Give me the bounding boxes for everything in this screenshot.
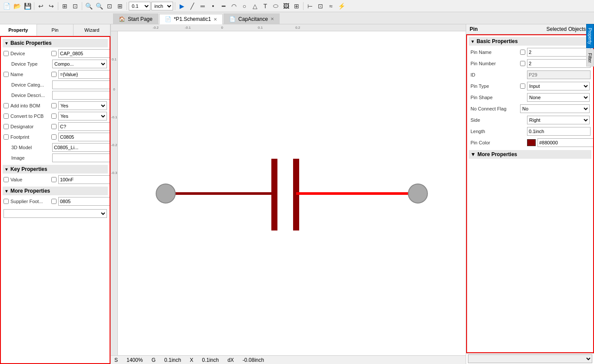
device-type-select[interactable]: Compo... bbox=[52, 60, 107, 68]
rp-pin-number-checkbox[interactable] bbox=[520, 61, 525, 66]
basic-properties-section-header[interactable]: ▼ Basic Properties bbox=[3, 39, 108, 47]
toolbar-zoom-select[interactable]: 0.1 bbox=[129, 2, 150, 10]
left-tab-wizard[interactable]: Wizard bbox=[73, 24, 110, 36]
rp-pin-name-input[interactable] bbox=[527, 48, 591, 57]
supplier-foot-cb2[interactable] bbox=[51, 199, 57, 204]
toolbar-new-btn[interactable]: 📄 bbox=[2, 1, 11, 11]
rp-basic-props-header[interactable]: ▼ Basic Properties bbox=[469, 37, 591, 46]
toolbar-zoom-out-btn[interactable]: 🔍 bbox=[94, 1, 104, 11]
convert-pcb-checkbox[interactable] bbox=[3, 114, 9, 119]
rp-length-input[interactable] bbox=[527, 127, 591, 136]
toolbar: 📄 📂 💾 ↩ ↪ ⊞ ⊡ 🔍 🔍 ⊡ ⊞ 0.1 inch ▶ ╱ ═ • ━… bbox=[0, 0, 594, 12]
device-checkbox[interactable] bbox=[3, 51, 9, 56]
left-tab-property[interactable]: Property bbox=[0, 24, 37, 36]
toolbar-redo-btn[interactable]: ↪ bbox=[47, 1, 56, 11]
prop-row-device-type: Device Type Compo... bbox=[3, 59, 108, 69]
toolbar-table-btn[interactable]: ⊞ bbox=[292, 1, 301, 11]
value-checkbox[interactable] bbox=[3, 177, 9, 182]
toolbar-bus-btn[interactable]: ═ bbox=[198, 1, 207, 11]
rp-pin-type-select[interactable]: Input Output Bidirectional Power bbox=[527, 82, 590, 90]
designator-cb2[interactable] bbox=[51, 124, 57, 129]
rp-no-connect-select[interactable]: No Yes bbox=[520, 104, 590, 113]
prop-add-row bbox=[3, 208, 108, 219]
rp-pin-name-checkbox[interactable] bbox=[520, 50, 525, 55]
prop-add-select[interactable] bbox=[3, 209, 107, 218]
device-input[interactable] bbox=[58, 49, 110, 58]
rp-pin-number-input[interactable] bbox=[527, 59, 591, 68]
device-categ-input[interactable] bbox=[52, 80, 110, 89]
toolbar-pin-btn[interactable]: ⊢ bbox=[305, 1, 315, 11]
footprint-input[interactable] bbox=[58, 133, 110, 141]
value-input[interactable] bbox=[58, 175, 110, 184]
toolbar-save-btn[interactable]: 💾 bbox=[23, 1, 32, 11]
name-input[interactable] bbox=[58, 70, 110, 79]
toolbar-comp-btn[interactable]: ⊡ bbox=[316, 1, 325, 11]
rp-id-label: ID bbox=[471, 72, 518, 77]
property-vert-tab[interactable]: Property bbox=[586, 24, 594, 48]
rp-pin-color-label: Pin Color bbox=[471, 140, 518, 145]
toolbar-circle-btn[interactable]: ○ bbox=[240, 1, 249, 11]
rp-pin-color-swatch[interactable] bbox=[527, 139, 536, 146]
toolbar-open-btn[interactable]: 📂 bbox=[12, 1, 22, 11]
filter-vert-tab[interactable]: Filter bbox=[586, 49, 594, 67]
toolbar-grid-btn[interactable]: ⊞ bbox=[60, 1, 70, 11]
toolbar-ellipse-btn[interactable]: ⬭ bbox=[271, 1, 280, 11]
value-cb2[interactable] bbox=[51, 177, 57, 182]
name-checkbox[interactable] bbox=[3, 72, 9, 77]
3dmodel-input[interactable] bbox=[52, 143, 110, 152]
designator-label: Designator bbox=[10, 124, 50, 129]
convert-pcb-cb2[interactable] bbox=[51, 114, 57, 119]
device-label: Device bbox=[10, 51, 50, 56]
supplier-foot-input[interactable] bbox=[58, 197, 110, 206]
status-g-value: 0.1inch bbox=[164, 357, 181, 363]
tab-capacitance[interactable]: 📄 CapAcitance ✕ bbox=[224, 13, 280, 24]
designator-input[interactable] bbox=[58, 122, 110, 131]
toolbar-zoom-in-btn[interactable]: 🔍 bbox=[84, 1, 93, 11]
rp-more-props-header[interactable]: ▼ More Properties bbox=[469, 150, 591, 159]
toolbar-text-btn[interactable]: T bbox=[260, 1, 270, 11]
device-cb2[interactable] bbox=[51, 51, 57, 56]
right-panel: Pin Selected Objects 1 ▼ Basic Propertie… bbox=[466, 24, 594, 364]
toolbar-image-btn[interactable]: 🖼 bbox=[281, 1, 291, 11]
rp-pin-color-input[interactable] bbox=[537, 138, 594, 147]
toolbar-arc-btn[interactable]: ◠ bbox=[229, 1, 239, 11]
rp-row-length: Length bbox=[469, 126, 591, 137]
toolbar-snap-btn[interactable]: ⊡ bbox=[70, 1, 80, 11]
more-properties-section-header[interactable]: ▼ More Properties bbox=[3, 187, 108, 195]
add-bom-select[interactable]: Yes bbox=[58, 101, 107, 110]
toolbar-junction-btn[interactable]: • bbox=[208, 1, 218, 11]
footprint-cb2[interactable] bbox=[51, 134, 57, 140]
designator-checkbox[interactable] bbox=[3, 124, 9, 129]
key-properties-section-header[interactable]: ▼ Key Properties bbox=[3, 165, 108, 174]
tab-capacitance-close[interactable]: ✕ bbox=[270, 17, 274, 21]
device-descri-input[interactable] bbox=[52, 91, 110, 100]
canvas-statusbar: S 1400% G 0.1inch X 0.1inch dX -0.08inch bbox=[111, 355, 466, 364]
toolbar-power-btn[interactable]: ⚡ bbox=[337, 1, 346, 11]
toolbar-select-btn[interactable]: ▶ bbox=[177, 1, 187, 11]
tab-start-page[interactable]: 🏠 Start Page bbox=[113, 13, 158, 24]
add-bom-checkbox[interactable] bbox=[3, 103, 9, 108]
image-input[interactable] bbox=[52, 154, 110, 162]
convert-pcb-select[interactable]: Yes bbox=[58, 112, 107, 120]
toolbar-wire-btn[interactable]: ╱ bbox=[187, 1, 197, 11]
add-bom-cb2[interactable] bbox=[51, 103, 57, 108]
rp-pin-type-label: Pin Type bbox=[471, 83, 518, 89]
toolbar-poly-btn[interactable]: △ bbox=[250, 1, 260, 11]
left-tab-pin[interactable]: Pin bbox=[37, 24, 74, 36]
svg-point-5 bbox=[408, 184, 427, 203]
footprint-checkbox[interactable] bbox=[3, 134, 9, 140]
toolbar-unit-select[interactable]: inch bbox=[151, 2, 173, 10]
tab-schematic[interactable]: 📄 *P1.Schematic1 ✕ bbox=[159, 14, 223, 24]
supplier-foot-checkbox[interactable] bbox=[3, 199, 9, 204]
name-cb2[interactable] bbox=[51, 72, 57, 77]
rp-footer-select[interactable] bbox=[468, 354, 592, 363]
tab-schematic-close[interactable]: ✕ bbox=[214, 17, 217, 22]
toolbar-zoom-fit-btn[interactable]: ⊡ bbox=[105, 1, 114, 11]
toolbar-line-btn[interactable]: ━ bbox=[219, 1, 228, 11]
rp-pin-type-checkbox[interactable] bbox=[520, 83, 525, 89]
toolbar-zoom-select-btn[interactable]: ⊞ bbox=[115, 1, 125, 11]
toolbar-undo-btn[interactable]: ↩ bbox=[36, 1, 46, 11]
rp-pin-shape-select[interactable]: None Dot Clock bbox=[527, 93, 590, 102]
rp-side-select[interactable]: Right Left Top Bottom bbox=[527, 116, 590, 124]
toolbar-symbol-btn[interactable]: ≈ bbox=[326, 1, 336, 11]
